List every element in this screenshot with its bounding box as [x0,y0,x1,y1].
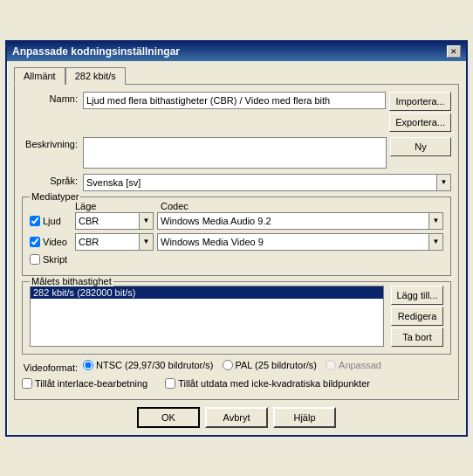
ljud-checkbox-label[interactable]: Ljud [30,216,75,226]
options-checkboxes: Tillåt interlace-bearbetning Tillåt utda… [22,378,451,389]
sprak-select-wrap: Svenska [sv] ▼ [83,174,451,191]
namn-input[interactable] [83,92,386,109]
import-export-buttons: Importera... Exportera... [389,92,451,132]
tab-allman-content: Namn: Importera... Exportera... Beskrivn… [14,84,459,400]
lag-header: Läge [75,201,161,211]
video-lag-select-wrap: CBR ▼ [75,233,154,251]
lagg-till-button[interactable]: Lägg till... [391,286,443,305]
video-lag-select[interactable]: CBR [75,233,154,251]
bitrate-title: Målets bithastighet [30,276,113,286]
beskrivning-row: Beskrivning: Ny [22,137,451,169]
video-codec-select-wrap: Windows Media Video 9 ▼ [157,233,443,251]
exportera-button[interactable]: Exportera... [389,113,451,132]
sprak-select[interactable]: Svenska [sv] [83,174,451,191]
hjalp-button[interactable]: Hjälp [273,407,336,428]
mediatyper-group: Mediatyper Läge Codec Ljud CBR [22,197,451,276]
bitrate-item[interactable]: 282 kbit/s (282000 bit/s) [31,286,383,299]
dialog-buttons: OK Avbryt Hjälp [14,407,459,428]
pal-radio-label[interactable]: PAL (25 bildrutor/s) [223,360,318,370]
tab-bar: Allmänt 282 kbit/s [14,66,459,84]
kvadratiska-checkbox[interactable] [165,378,175,389]
video-checkbox[interactable] [30,237,40,247]
ta-bort-button[interactable]: Ta bort [391,328,443,347]
avbryt-button[interactable]: Avbryt [205,407,268,428]
skript-checkbox[interactable] [30,254,40,265]
dialog-window: Anpassade kodningsinställningar ✕ Allmän… [5,40,468,437]
window-content: Allmänt 282 kbit/s Namn: Importera... Ex… [7,61,466,435]
mediatyper-headers: Läge Codec [75,201,443,211]
title-bar: Anpassade kodningsinställningar ✕ [7,42,466,61]
tab-bitrate[interactable]: 282 kbit/s [65,67,126,85]
namn-row: Namn: Importera... Exportera... [22,92,451,132]
beskrivning-label: Beskrivning: [22,137,83,149]
ny-button-wrap: Ny [390,137,451,156]
sprak-label: Språk: [22,174,83,186]
ljud-codec-select[interactable]: Windows Media Audio 9.2 [157,212,443,230]
codec-header: Codec [161,201,443,211]
bitrate-group: Målets bithastighet 282 kbit/s (282000 b… [22,281,451,355]
anpassad-radio-label[interactable]: Anpassad [326,360,381,370]
interlace-label[interactable]: Tillåt interlace-bearbetning [22,378,147,389]
tab-allman[interactable]: Allmänt [14,67,65,85]
sprak-row: Språk: Svenska [sv] ▼ [22,174,451,191]
video-codec-select[interactable]: Windows Media Video 9 [157,233,443,251]
ljud-lag-select-wrap: CBR ▼ [75,212,154,230]
ny-button[interactable]: Ny [390,137,451,156]
videoformat-radio-group: NTSC (29,97/30 bildrutor/s) PAL (25 bild… [83,360,381,370]
window-title: Anpassade kodningsinställningar [12,45,180,58]
videoformat-label: Videoformat: [22,361,83,373]
pal-radio[interactable] [223,360,233,370]
ljud-checkbox[interactable] [30,216,40,226]
anpassad-radio [326,360,336,370]
videoformat-row: Videoformat: NTSC (29,97/30 bildrutor/s)… [22,360,451,375]
video-checkbox-label[interactable]: Video [30,237,75,247]
ljud-row: Ljud CBR ▼ Windows Media Audio 9.2 ▼ [30,212,443,230]
ntsc-radio-label[interactable]: NTSC (29,97/30 bildrutor/s) [83,360,214,370]
bitrate-content: 282 kbit/s (282000 bit/s) Lägg till... R… [30,286,443,347]
namn-label: Namn: [22,92,83,104]
bitrate-list[interactable]: 282 kbit/s (282000 bit/s) [30,286,384,347]
ntsc-radio[interactable] [83,360,93,370]
skript-row: Skript [30,254,443,265]
ljud-lag-select[interactable]: CBR [75,212,154,230]
video-row: Video CBR ▼ Windows Media Video 9 ▼ [30,233,443,251]
skript-checkbox-label[interactable]: Skript [30,254,75,265]
mediatyper-title: Mediatyper [30,191,80,202]
ljud-codec-select-wrap: Windows Media Audio 9.2 ▼ [157,212,443,230]
bitrate-buttons: Lägg till... Redigera Ta bort [391,286,443,347]
kvadratiska-label[interactable]: Tillåt utdata med icke-kvadratiska bildp… [165,378,370,389]
beskrivning-input[interactable] [83,137,387,169]
title-bar-controls: ✕ [447,45,461,58]
ok-button[interactable]: OK [137,407,200,428]
close-button[interactable]: ✕ [447,45,461,58]
interlace-checkbox[interactable] [22,378,32,389]
importera-button[interactable]: Importera... [389,92,451,111]
redigera-button[interactable]: Redigera [391,307,443,326]
